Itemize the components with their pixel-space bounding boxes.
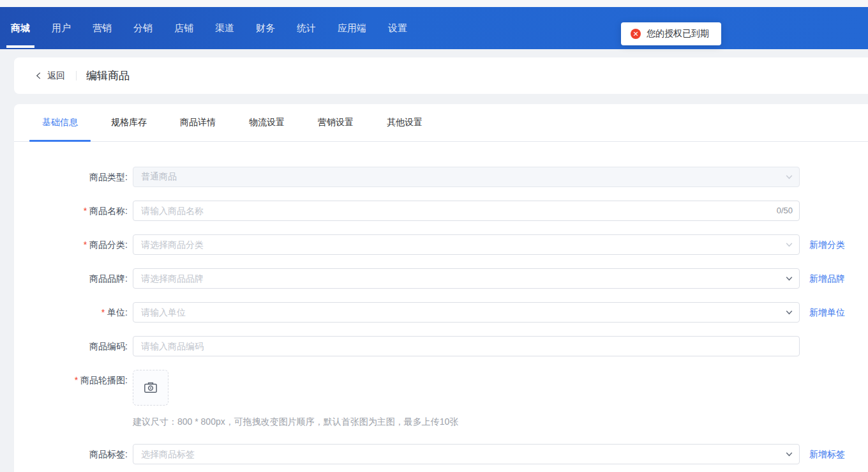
form-row-product-brand: 商品品牌: 新增品牌 xyxy=(14,268,868,289)
required-asterisk: * xyxy=(84,240,87,250)
field-label: 商品类型: xyxy=(14,167,128,187)
unit-select[interactable] xyxy=(133,302,800,323)
form-row-product-tags: 商品标签: 新增标签 xyxy=(14,444,868,464)
product-type-select[interactable] xyxy=(133,167,800,187)
field-label: *商品名称: xyxy=(14,201,128,221)
form-row-product-name: *商品名称: 0/50 xyxy=(14,201,868,221)
tab-product-detail[interactable]: 商品详情 xyxy=(167,104,228,141)
product-code-input[interactable] xyxy=(133,336,800,356)
edit-product-card: 基础信息 规格库存 商品详情 物流设置 营销设置 其他设置 商品类型: *商品名… xyxy=(14,104,868,472)
form-row-product-type: 商品类型: xyxy=(14,167,868,187)
form-row-unit: *单位: 新增单位 xyxy=(14,302,868,323)
tab-other-settings[interactable]: 其他设置 xyxy=(374,104,435,141)
tab-bar: 基础信息 规格库存 商品详情 物流设置 营销设置 其他设置 xyxy=(14,104,868,142)
add-tag-link[interactable]: 新增标签 xyxy=(809,444,845,464)
browser-top-strip xyxy=(0,0,868,7)
char-counter: 0/50 xyxy=(777,201,793,221)
add-brand-link[interactable]: 新增品牌 xyxy=(809,268,845,289)
required-asterisk: * xyxy=(101,307,105,317)
nav-item-channel[interactable]: 渠道 xyxy=(210,7,239,49)
nav-item-app[interactable]: 应用端 xyxy=(333,7,371,49)
upload-hint: 建议尺寸：800 * 800px，可拖拽改变图片顺序，默认首张图为主图，最多上传… xyxy=(133,416,800,428)
nav-item-users[interactable]: 用户 xyxy=(47,7,76,49)
tab-basic-info[interactable]: 基础信息 xyxy=(29,104,91,141)
product-tags-select[interactable] xyxy=(133,444,800,464)
product-brand-select[interactable] xyxy=(133,268,800,289)
chevron-left-icon xyxy=(35,72,42,79)
required-asterisk: * xyxy=(84,206,87,216)
tab-logistics-settings[interactable]: 物流设置 xyxy=(236,104,297,141)
nav-item-settings[interactable]: 设置 xyxy=(383,7,412,49)
license-expired-toast[interactable]: ✕ 您的授权已到期 xyxy=(621,22,721,45)
product-name-input[interactable] xyxy=(133,201,800,221)
tab-spec-stock[interactable]: 规格库存 xyxy=(98,104,160,141)
add-category-link[interactable]: 新增分类 xyxy=(809,234,845,255)
back-label: 返回 xyxy=(47,70,65,82)
nav-item-marketing[interactable]: 营销 xyxy=(87,7,117,49)
field-label: *商品轮播图: xyxy=(14,370,128,390)
nav-item-finance[interactable]: 财务 xyxy=(251,7,280,49)
top-nav: 商城 用户 营销 分销 店铺 渠道 财务 统计 应用端 设置 xyxy=(0,7,868,49)
add-unit-link[interactable]: 新增单位 xyxy=(809,302,845,323)
field-label: 商品编码: xyxy=(14,336,128,356)
back-button[interactable]: 返回 xyxy=(35,70,65,82)
required-asterisk: * xyxy=(75,375,78,385)
nav-item-mall[interactable]: 商城 xyxy=(6,7,35,49)
field-label: *单位: xyxy=(14,302,128,323)
camera-icon xyxy=(143,380,158,395)
field-label: 商品品牌: xyxy=(14,268,128,289)
form-row-product-category: *商品分类: 新增分类 xyxy=(14,234,868,255)
field-label: *商品分类: xyxy=(14,234,128,255)
form-row-carousel-images: *商品轮播图: 建议尺寸：800 * 800px，可拖拽改变图片顺序，默认首张图… xyxy=(14,370,868,428)
tab-marketing-settings[interactable]: 营销设置 xyxy=(305,104,366,141)
form-row-product-code: 商品编码: xyxy=(14,336,868,356)
page-header: 返回 编辑商品 xyxy=(14,57,868,94)
page-title: 编辑商品 xyxy=(86,68,130,83)
error-circle-icon: ✕ xyxy=(631,29,641,39)
product-category-select[interactable] xyxy=(133,234,800,255)
image-upload-button[interactable] xyxy=(133,370,168,406)
toast-message: 您的授权已到期 xyxy=(647,28,709,40)
nav-item-distribution[interactable]: 分销 xyxy=(128,7,158,49)
field-label: 商品标签: xyxy=(14,444,128,464)
header-divider xyxy=(76,71,77,80)
nav-item-statistics[interactable]: 统计 xyxy=(292,7,321,49)
basic-info-form: 商品类型: *商品名称: 0/50 *商品分类: xyxy=(14,142,868,464)
nav-item-store[interactable]: 店铺 xyxy=(169,7,198,49)
